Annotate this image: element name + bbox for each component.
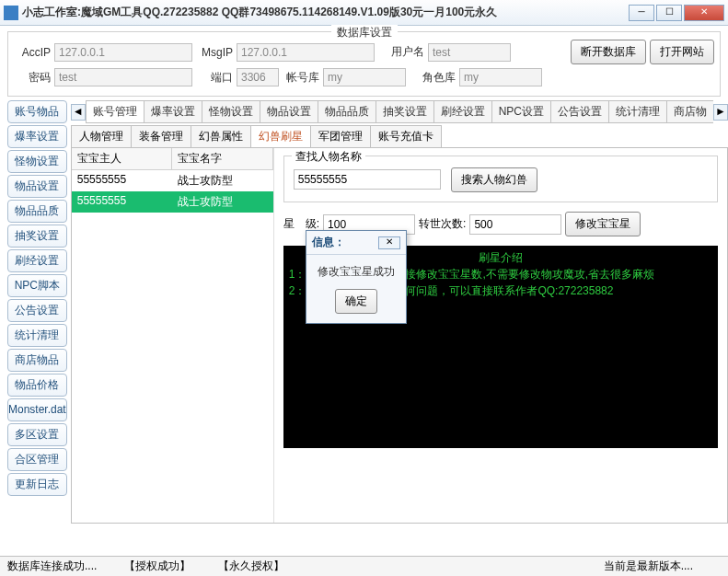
sidebar-item[interactable]: 更新日志	[7, 473, 67, 496]
tab[interactable]: 统计清理	[608, 100, 667, 122]
status-auth: 【授权成功】	[124, 559, 191, 574]
sidebar-item[interactable]: 账号物品	[7, 100, 67, 123]
sidebar-item[interactable]: 统计清理	[7, 324, 67, 347]
tabs: 账号管理爆率设置怪物设置物品设置物品品质抽奖设置刷经设置NPC设置公告设置统计清…	[86, 100, 713, 123]
tab[interactable]: 抽奖设置	[376, 100, 434, 122]
dialog-message: 修改宝宝星成功	[316, 264, 397, 280]
tab[interactable]: 怪物设置	[202, 100, 260, 122]
subtab[interactable]: 装备管理	[131, 125, 191, 147]
sidebar-item[interactable]: 合区管理	[7, 448, 67, 471]
subtab[interactable]: 幻兽刷星	[250, 125, 311, 147]
close-button[interactable]: ✕	[684, 5, 724, 21]
search-button[interactable]: 搜索人物幻兽	[451, 167, 537, 192]
dialog-close-icon[interactable]: ✕	[378, 236, 400, 249]
sidebar-item[interactable]: 物品设置	[7, 175, 67, 198]
msgip-input[interactable]	[237, 43, 375, 62]
modify-star-button[interactable]: 修改宝宝星	[565, 212, 641, 236]
status-version: 当前是最新版本....	[604, 559, 693, 574]
list-item[interactable]: 55555555战士攻防型	[72, 191, 273, 213]
subtab[interactable]: 军团管理	[310, 125, 371, 147]
sidebar-item[interactable]: 公告设置	[7, 299, 67, 322]
tabs-scroll-left[interactable]: ◄	[71, 104, 86, 121]
roledb-input[interactable]	[459, 68, 542, 86]
roledb-label: 角色库	[410, 70, 456, 86]
list-item[interactable]: 55555555战士攻防型	[72, 170, 273, 191]
acctdb-label: 帐号库	[283, 70, 319, 86]
search-group: 查找人物名称 搜索人物幻兽	[283, 156, 718, 202]
pwd-label: 密码	[14, 70, 51, 86]
sidebar-item[interactable]: 刷经设置	[7, 249, 67, 272]
window-title: 小志工作室:魔域GM工具QQ.272235882 QQ群73498675.114…	[22, 5, 627, 20]
tab[interactable]: 物品品质	[318, 100, 376, 122]
sidebar-item[interactable]: 爆率设置	[7, 125, 67, 148]
acctdb-input[interactable]	[323, 68, 406, 86]
sidebar-item[interactable]: 怪物设置	[7, 150, 67, 173]
user-input[interactable]	[428, 43, 511, 62]
col-petname: 宝宝名字	[172, 148, 273, 169]
dialog-ok-button[interactable]: 确定	[335, 289, 377, 314]
disconnect-button[interactable]: 断开数据库	[571, 40, 646, 64]
status-db: 数据库连接成功....	[7, 559, 97, 574]
sidebar-item[interactable]: 抽奖设置	[7, 225, 67, 248]
statusbar: 数据库连接成功.... 【授权成功】 【永久授权】 当前是最新版本....	[0, 556, 728, 576]
rebirth-count-label: 转世次数:	[419, 216, 466, 232]
tabs-scroll-right[interactable]: ►	[713, 104, 728, 121]
subtab[interactable]: 账号充值卡	[370, 125, 442, 147]
titlebar: 小志工作室:魔域GM工具QQ.272235882 QQ群73498675.114…	[0, 0, 728, 26]
user-label: 用户名	[378, 44, 424, 60]
search-group-title: 查找人物名称	[292, 149, 365, 165]
openweb-button[interactable]: 打开网站	[650, 40, 714, 64]
tab[interactable]: NPC设置	[491, 100, 551, 122]
tab[interactable]: 商店物	[666, 100, 713, 122]
subtab[interactable]: 人物管理	[71, 125, 132, 147]
sidebar-item[interactable]: 物品价格	[7, 374, 67, 397]
app-icon	[4, 6, 18, 20]
db-settings-group: 数据库设置 AccIP MsgIP 用户名 断开数据库 打开网站 密码 端口 帐…	[7, 31, 721, 97]
tab[interactable]: 账号管理	[86, 100, 144, 122]
sidebar-item[interactable]: NPC脚本	[7, 274, 67, 297]
subtabs: 人物管理装备管理幻兽属性幻兽刷星军团管理账号充值卡	[71, 125, 728, 148]
msgip-label: MsgIP	[196, 46, 233, 59]
tab[interactable]: 公告设置	[550, 100, 609, 122]
info-dialog: 信息： ✕ 修改宝宝星成功 确定	[306, 230, 407, 324]
status-license: 【永久授权】	[218, 559, 284, 574]
tab[interactable]: 爆率设置	[144, 100, 202, 122]
accip-label: AccIP	[14, 46, 51, 59]
tab[interactable]: 刷经设置	[433, 100, 492, 122]
minimize-button[interactable]: ─	[629, 5, 654, 21]
subtab[interactable]: 幻兽属性	[191, 125, 251, 147]
sidebar-item[interactable]: 物品品质	[7, 200, 67, 223]
sidebar: 账号物品爆率设置怪物设置物品设置物品品质抽奖设置刷经设置NPC脚本公告设置统计清…	[7, 100, 67, 524]
sidebar-item[interactable]: 多区设置	[7, 423, 67, 446]
dialog-title: 信息：	[312, 235, 345, 250]
pwd-input[interactable]	[54, 68, 192, 86]
sidebar-item[interactable]: Monster.dat	[7, 398, 67, 421]
port-input[interactable]	[237, 68, 279, 86]
sidebar-item[interactable]: 商店物品	[7, 349, 67, 372]
search-input[interactable]	[294, 169, 441, 190]
port-label: 端口	[196, 70, 233, 86]
accip-input[interactable]	[54, 43, 192, 62]
col-owner: 宝宝主人	[72, 148, 173, 169]
pet-list: 宝宝主人 宝宝名字 55555555战士攻防型55555555战士攻防型	[72, 148, 274, 523]
db-settings-title: 数据库设置	[331, 25, 398, 40]
rebirth-count-input[interactable]	[469, 214, 561, 235]
maximize-button[interactable]: ☐	[656, 5, 682, 21]
tab[interactable]: 物品设置	[260, 100, 318, 122]
